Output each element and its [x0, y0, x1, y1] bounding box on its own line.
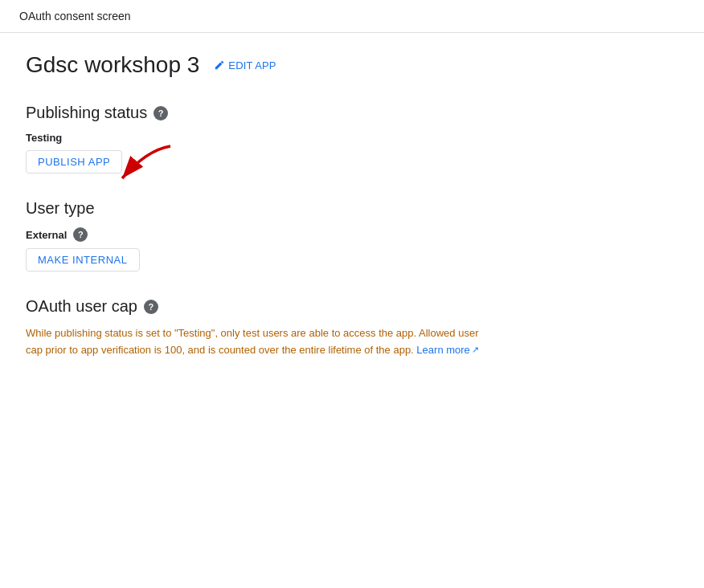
user-type-section: User type External ? MAKE INTERNAL — [26, 199, 678, 272]
oauth-cap-help-icon[interactable]: ? — [144, 300, 158, 314]
user-type-help-icon[interactable]: ? — [73, 227, 88, 242]
oauth-cap-description: While publishing status is set to "Testi… — [26, 325, 492, 359]
top-bar-title: OAuth consent screen — [19, 10, 131, 22]
page-title-row: Gdsc workshop 3 EDIT APP — [26, 52, 678, 78]
user-type-title: User type — [26, 199, 678, 218]
page-title: Gdsc workshop 3 — [26, 52, 199, 78]
external-link-icon: ↗ — [472, 343, 479, 357]
user-type-label: External ? — [26, 227, 678, 242]
publishing-status-help-icon[interactable]: ? — [153, 106, 168, 120]
arrow-svg — [102, 142, 182, 190]
edit-app-button[interactable]: EDIT APP — [209, 56, 280, 75]
publishing-status-section: Publishing status ? Testing PUBLISH APP — [26, 104, 678, 174]
oauth-user-cap-title: OAuth user cap ? — [26, 297, 678, 316]
arrow-annotation — [102, 142, 182, 193]
main-content: Gdsc workshop 3 EDIT APP Publishing stat… — [0, 33, 704, 404]
publishing-status-title: Publishing status ? — [26, 104, 678, 122]
pencil-icon — [214, 59, 225, 71]
top-bar: OAuth consent screen — [0, 0, 704, 33]
oauth-user-cap-section: OAuth user cap ? While publishing status… — [26, 297, 678, 359]
publish-row: PUBLISH APP — [26, 150, 678, 174]
learn-more-link[interactable]: Learn more ↗ — [416, 342, 478, 359]
edit-app-label: EDIT APP — [228, 59, 276, 71]
make-internal-button[interactable]: MAKE INTERNAL — [26, 248, 140, 272]
